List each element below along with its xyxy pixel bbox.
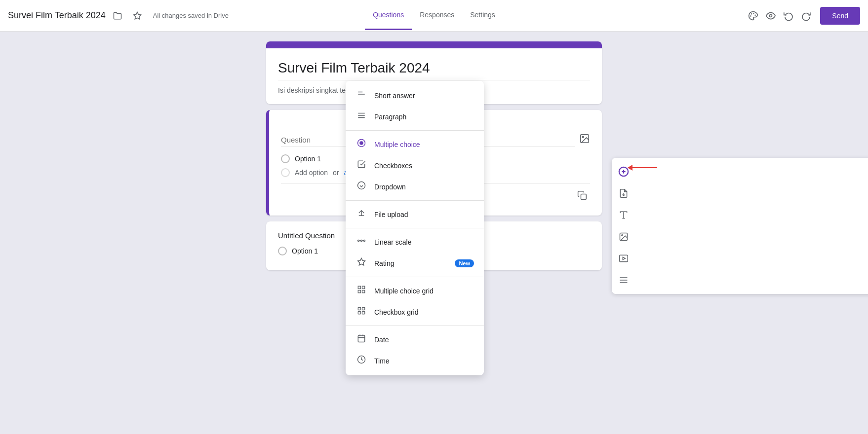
svg-point-5 <box>770 14 772 17</box>
option-1-label: Option 1 <box>295 155 321 163</box>
menu-item-multiple-choice[interactable]: Multiple choice <box>346 134 484 155</box>
menu-item-checkboxes-label: Checkboxes <box>374 162 412 170</box>
menu-item-date-label: Date <box>374 336 389 344</box>
svg-point-30 <box>358 240 359 242</box>
tab-responses[interactable]: Responses <box>412 1 462 30</box>
tab-settings[interactable]: Settings <box>462 1 503 30</box>
svg-rect-37 <box>362 286 365 289</box>
menu-item-checkbox-grid[interactable]: Checkbox grid <box>346 301 484 323</box>
menu-item-linear-scale-label: Linear scale <box>374 238 412 246</box>
dropdown-icon <box>355 181 367 192</box>
menu-item-file-upload-label: File upload <box>374 211 408 218</box>
svg-marker-18 <box>623 257 625 260</box>
time-icon <box>355 355 367 366</box>
svg-point-31 <box>361 240 362 242</box>
main-content: Survei Film Terbaik 2024 Isi deskripsi s… <box>0 32 868 434</box>
menu-item-date[interactable]: Date <box>346 329 484 350</box>
menu-item-mc-grid-label: Multiple choice grid <box>374 287 434 295</box>
add-option-text[interactable]: Add option <box>295 169 328 177</box>
svg-point-29 <box>358 182 365 189</box>
duplicate-icon-btn[interactable] <box>574 187 590 206</box>
menu-item-rating[interactable]: Rating New <box>346 253 484 274</box>
rating-icon <box>355 257 367 269</box>
or-text: or <box>333 169 339 177</box>
rating-new-badge: New <box>455 259 474 267</box>
menu-item-dropdown-label: Dropdown <box>374 183 406 191</box>
svg-point-7 <box>582 136 584 138</box>
svg-marker-0 <box>133 12 141 19</box>
form-title[interactable]: Survei Film Terbaik 2024 <box>278 60 590 80</box>
multiple-choice-icon <box>355 139 367 150</box>
palette-icon-btn[interactable] <box>745 8 761 24</box>
saved-status: All changes saved in Drive <box>153 12 229 19</box>
arrow-head <box>628 165 632 171</box>
add-section-btn[interactable] <box>614 270 633 290</box>
menu-item-linear-scale[interactable]: Linear scale <box>346 231 484 253</box>
add-image-btn[interactable] <box>614 227 633 247</box>
form-header-bar <box>266 41 602 46</box>
svg-rect-44 <box>358 335 365 342</box>
menu-item-paragraph-label: Paragraph <box>374 113 406 121</box>
checkboxes-icon <box>355 160 367 171</box>
question-type-dropdown: Short answer Paragraph Multiple choice <box>346 81 484 375</box>
svg-point-16 <box>622 235 623 236</box>
radio-circle-q2 <box>278 247 287 255</box>
svg-point-28 <box>360 142 363 145</box>
menu-item-short-answer[interactable]: Short answer <box>346 85 484 106</box>
mc-grid-icon <box>355 285 367 296</box>
menu-item-checkbox-grid-label: Checkbox grid <box>374 308 419 316</box>
image-icon-btn[interactable] <box>579 133 590 146</box>
tab-questions[interactable]: Questions <box>365 1 412 30</box>
checkbox-grid-icon <box>355 306 367 318</box>
menu-item-multiple-choice-label: Multiple choice <box>374 141 420 148</box>
add-video-btn[interactable] <box>614 249 633 268</box>
app-title: Survei Film Terbaik 2024 <box>8 10 106 21</box>
file-upload-icon <box>355 209 367 220</box>
menu-item-time-label: Time <box>374 357 390 365</box>
svg-point-32 <box>364 240 365 242</box>
svg-rect-36 <box>358 286 360 289</box>
menu-item-rating-label: Rating <box>374 259 394 267</box>
arrow-line <box>632 167 657 168</box>
svg-point-3 <box>751 13 752 14</box>
menu-item-file-upload[interactable]: File upload <box>346 204 484 225</box>
option-q2-label: Option 1 <box>292 247 318 255</box>
svg-rect-43 <box>362 312 365 314</box>
divider-4 <box>346 277 484 277</box>
svg-rect-17 <box>620 255 628 261</box>
svg-marker-35 <box>358 258 365 265</box>
svg-rect-8 <box>581 194 587 200</box>
menu-item-paragraph[interactable]: Paragraph <box>346 106 484 127</box>
red-arrow-indicator <box>628 165 868 171</box>
side-toolbar <box>612 158 868 294</box>
divider-2 <box>346 200 484 201</box>
menu-item-dropdown[interactable]: Dropdown <box>346 176 484 197</box>
nav-tabs: Questions Responses Settings <box>365 1 503 30</box>
send-button[interactable]: Send <box>820 7 860 25</box>
svg-point-2 <box>755 15 755 15</box>
radio-circle-1 <box>281 154 290 163</box>
add-title-btn[interactable] <box>614 205 633 225</box>
preview-icon-btn[interactable] <box>763 8 779 24</box>
folder-icon-btn[interactable] <box>110 8 125 24</box>
divider-3 <box>346 228 484 228</box>
divider-1 <box>346 130 484 131</box>
svg-rect-39 <box>362 290 365 293</box>
divider-5 <box>346 326 484 326</box>
paragraph-icon <box>355 111 367 122</box>
star-icon-btn[interactable] <box>129 8 145 24</box>
menu-item-checkboxes[interactable]: Checkboxes <box>346 155 484 176</box>
svg-point-1 <box>753 13 754 14</box>
svg-rect-40 <box>358 307 360 310</box>
menu-item-time[interactable]: Time <box>346 350 484 371</box>
radio-add <box>281 168 290 177</box>
short-answer-icon <box>355 90 367 101</box>
undo-icon-btn[interactable] <box>781 8 796 24</box>
redo-icon-btn[interactable] <box>798 8 814 24</box>
svg-rect-38 <box>358 290 360 293</box>
menu-item-mc-grid[interactable]: Multiple choice grid <box>346 280 484 301</box>
menu-item-short-answer-label: Short answer <box>374 92 415 100</box>
svg-rect-41 <box>362 307 365 310</box>
topbar: Survei Film Terbaik 2024 All changes sav… <box>0 0 868 32</box>
import-questions-btn[interactable] <box>614 183 633 203</box>
